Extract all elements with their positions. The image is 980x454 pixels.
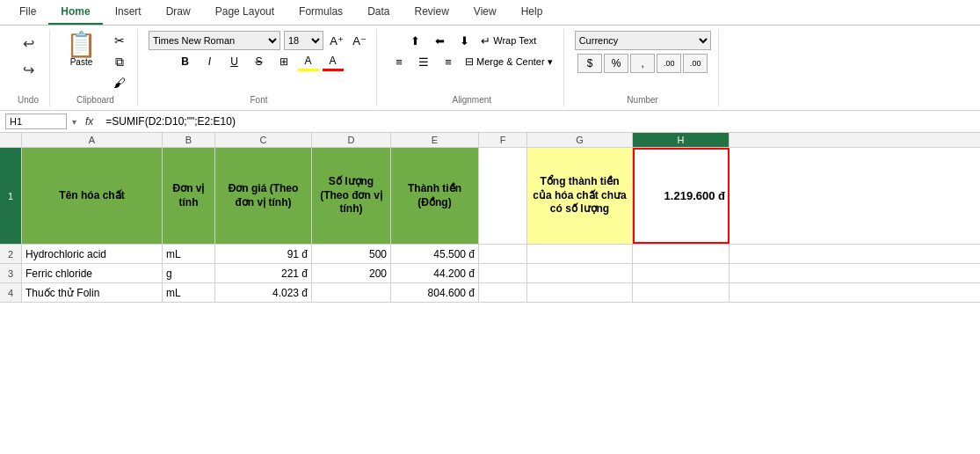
tab-review[interactable]: Review <box>402 0 461 25</box>
borders-button[interactable]: ⊞ <box>273 52 294 71</box>
comma-button[interactable]: , <box>630 54 655 73</box>
tab-page-layout[interactable]: Page Layout <box>203 0 287 25</box>
undo-group: ↩ ↪ Undo <box>7 29 50 106</box>
font-grow-button[interactable]: A⁺ <box>327 31 346 50</box>
col-header-C[interactable]: C <box>215 133 312 147</box>
cell-H3[interactable] <box>633 264 730 282</box>
paste-label: Paste <box>70 57 93 67</box>
cell-C4[interactable]: 4.023 đ <box>215 283 312 302</box>
cell-H2[interactable] <box>633 245 730 263</box>
wrap-text-button[interactable]: ↵ Wrap Text <box>477 33 540 48</box>
tab-help[interactable]: Help <box>509 0 555 25</box>
cell-D2[interactable]: 500 <box>312 245 391 263</box>
wrap-text-icon: ↵ <box>481 34 490 48</box>
col-header-H[interactable]: H <box>633 133 730 147</box>
increase-decimal-button[interactable]: .00 <box>683 54 708 73</box>
bold-button[interactable]: B <box>175 52 196 71</box>
cell-A4[interactable]: Thuốc thử Folin <box>22 283 163 302</box>
font-group-label: Font <box>142 95 376 105</box>
cell-C1[interactable]: Đơn giá (Theo đơn vị tính) <box>215 148 312 244</box>
tab-view[interactable]: View <box>461 0 509 25</box>
align-bottom-button[interactable]: ⬇ <box>453 31 475 50</box>
align-middle-button[interactable]: ⬅ <box>428 31 451 50</box>
cell-F2[interactable] <box>479 245 527 263</box>
percent-button[interactable]: % <box>604 54 628 73</box>
cell-D4[interactable] <box>312 283 391 302</box>
tab-file[interactable]: File <box>7 0 48 25</box>
tab-insert[interactable]: Insert <box>103 0 154 25</box>
number-format-buttons: $ % , .00 .00 <box>577 54 708 73</box>
dollar-button[interactable]: $ <box>577 54 602 73</box>
cell-G4[interactable] <box>527 283 633 302</box>
col-header-E[interactable]: E <box>391 133 479 147</box>
merge-icon: ⊟ <box>465 55 474 68</box>
cell-A1[interactable]: Tên hóa chất <box>22 148 163 244</box>
tab-data[interactable]: Data <box>355 0 402 25</box>
col-header-F[interactable]: F <box>479 133 527 147</box>
underline-button[interactable]: U <box>224 52 245 71</box>
cell-E2[interactable]: 45.500 đ <box>391 245 479 263</box>
col-header-B[interactable]: B <box>163 133 215 147</box>
cell-F4[interactable] <box>479 283 527 302</box>
cell-A3[interactable]: Ferric chloride <box>22 264 163 282</box>
cell-E4[interactable]: 804.600 đ <box>391 283 479 302</box>
number-format-select[interactable]: Currency <box>575 31 711 50</box>
formula-bar: ▾ fx <box>0 111 980 133</box>
ribbon-body: ↩ ↪ Undo 📋 Paste ✂ ⧉ 🖌 Clipboard <box>0 26 980 110</box>
cell-B3[interactable]: g <box>163 264 215 282</box>
col-header-A[interactable]: A <box>22 133 163 147</box>
align-right-button[interactable]: ≡ <box>437 52 460 71</box>
row-2: 2 Hydrochloric acid mL 91 đ 500 45.500 đ <box>0 245 980 264</box>
formula-input[interactable] <box>102 114 975 129</box>
tab-draw[interactable]: Draw <box>154 0 203 25</box>
redo-button[interactable]: ↪ <box>14 57 42 82</box>
paste-button[interactable]: 📋 Paste <box>61 31 102 69</box>
alignment-group-label: Alignment <box>381 95 563 105</box>
cell-E3[interactable]: 44.200 đ <box>391 264 479 282</box>
cell-H4[interactable] <box>633 283 730 302</box>
cell-C3[interactable]: 221 đ <box>215 264 312 282</box>
col-header-G[interactable]: G <box>527 133 633 147</box>
font-shrink-button[interactable]: A⁻ <box>350 31 369 50</box>
col-header-D[interactable]: D <box>312 133 391 147</box>
align-left-button[interactable]: ≡ <box>388 52 410 71</box>
cell-H1[interactable]: 1.219.600 đ <box>633 148 730 244</box>
cell-reference-input[interactable] <box>5 114 67 129</box>
decrease-decimal-button[interactable]: .00 <box>657 54 681 73</box>
cell-C2[interactable]: 91 đ <box>215 245 312 263</box>
cell-A2[interactable]: Hydrochloric acid <box>22 245 163 263</box>
merge-center-button[interactable]: ⊟ Merge & Center ▾ <box>461 55 556 69</box>
number-group-label: Number <box>568 95 718 105</box>
tab-home[interactable]: Home <box>48 0 102 25</box>
strikethrough-button[interactable]: S <box>249 52 270 71</box>
cell-F1[interactable] <box>479 148 527 244</box>
cell-G2[interactable] <box>527 245 633 263</box>
cut-button[interactable]: ✂ <box>109 31 130 50</box>
cell-B2[interactable]: mL <box>163 245 215 263</box>
tab-formulas[interactable]: Formulas <box>287 0 355 25</box>
format-painter-button[interactable]: 🖌 <box>109 73 130 92</box>
row-1: 1 Tên hóa chất Đơn vị tính Đơn giá (Theo… <box>0 148 980 245</box>
wrap-text-label: Wrap Text <box>493 35 536 46</box>
font-color-button[interactable]: A <box>323 52 344 71</box>
undo-group-label: Undo <box>7 95 49 105</box>
clipboard-group-label: Clipboard <box>54 95 137 105</box>
fill-color-button[interactable]: A <box>298 52 319 71</box>
cell-D1[interactable]: Số lượng (Theo đơn vị tính) <box>312 148 391 244</box>
font-size-select[interactable]: 18 <box>284 31 323 50</box>
cell-E1[interactable]: Thành tiền (Đồng) <box>391 148 479 244</box>
cell-B4[interactable]: mL <box>163 283 215 302</box>
align-center-button[interactable]: ☰ <box>412 52 435 71</box>
cell-G3[interactable] <box>527 264 633 282</box>
cell-B1[interactable]: Đơn vị tính <box>163 148 215 244</box>
fx-label: fx <box>85 115 93 128</box>
cell-G1[interactable]: Tổng thành tiền của hóa chất chưa có số … <box>527 148 633 244</box>
cell-F3[interactable] <box>479 264 527 282</box>
font-name-select[interactable]: Times New Roman <box>149 31 280 50</box>
cell-D3[interactable]: 200 <box>312 264 391 282</box>
italic-button[interactable]: I <box>200 52 221 71</box>
copy-button[interactable]: ⧉ <box>109 52 130 71</box>
align-top-button[interactable]: ⬆ <box>403 31 426 50</box>
align-row2: ≡ ☰ ≡ ⊟ Merge & Center ▾ <box>388 52 556 71</box>
undo-button[interactable]: ↩ <box>14 31 42 55</box>
